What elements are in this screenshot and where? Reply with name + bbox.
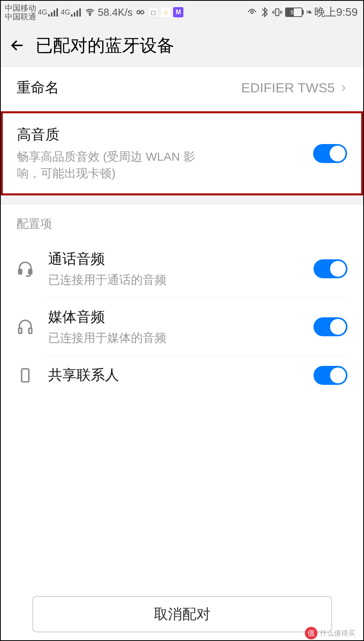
net-speed: 58.4K/s [98,6,133,19]
battery-percent: 50 [286,9,302,15]
back-arrow-icon[interactable] [9,37,25,53]
chevron-right-icon [339,81,347,95]
cfg-row-media-audio[interactable]: 媒体音频 已连接用于媒体的音频 [1,298,363,356]
net-gen-1: 4G [38,8,47,17]
cfg-title-2: 共享联系人 [48,365,314,385]
wifi-icon [85,7,95,17]
carrier-1: 中国移动 [5,4,36,12]
signal-bars-2-icon [71,8,82,17]
clock: 晚上9:59 [314,5,358,20]
svg-rect-6 [29,328,32,334]
hq-toggle[interactable] [313,144,347,163]
app-icon-1: ◻ [148,7,158,17]
app-bar: 已配对的蓝牙设备 [1,24,363,67]
svg-rect-5 [19,328,22,334]
page-title: 已配对的蓝牙设备 [35,34,174,57]
carrier-2: 中国联通 [5,12,36,21]
bluetooth-icon [259,7,270,17]
cfg-toggle-0[interactable] [314,259,347,278]
headphones-icon [17,318,34,335]
leaf-icon: ❧ [306,7,313,17]
hq-desc: 畅享高品质音效 (受周边 WLAN 影响，可能出现卡顿) [17,148,214,182]
svg-rect-2 [275,9,279,15]
infinity-icon [135,7,146,17]
signal-2: 4G [61,8,82,17]
cfg-toggle-1[interactable] [314,317,347,336]
hq-title: 高音质 [17,125,313,144]
watermark: 值 什么值得买 [305,625,360,641]
svg-rect-7 [22,369,29,382]
cfg-sub-0: 已连接用于通话的音频 [48,272,314,288]
vibrate-icon [272,7,282,17]
cfg-row-share-contacts[interactable]: 共享联系人 [1,356,363,394]
highlight-box: 高音质 畅享高品质音效 (受周边 WLAN 影响，可能出现卡顿) [1,111,363,195]
carrier-names: 中国移动 中国联通 [5,4,36,21]
eye-icon [247,7,257,17]
watermark-text: 什么值得买 [320,628,355,638]
unpair-label: 取消配对 [154,605,211,624]
rename-row[interactable]: 重命名 EDIFIER TWS5 [17,67,347,109]
net-gen-2: 4G [61,8,70,17]
headset-mic-icon [17,260,34,277]
app-icon-2: ⌂ [161,7,171,17]
svg-rect-4 [29,270,32,274]
app-icon-3: M [173,7,183,17]
battery-icon: 50 [285,7,302,17]
unpair-button[interactable]: 取消配对 [32,596,332,632]
signal-bars-1-icon [48,8,59,17]
status-bar: 中国移动 中国联通 4G 4G 58.4K/s ◻ ⌂ M 50 ❧ 晚上9:5… [1,1,363,24]
cfg-title-0: 通话音频 [48,249,314,269]
rename-value: EDIFIER TWS5 [241,80,335,96]
section-label: 配置项 [1,205,363,240]
svg-point-1 [250,11,253,14]
svg-rect-3 [19,270,22,274]
svg-point-0 [90,14,91,15]
signal-1: 4G [38,8,59,17]
cfg-title-1: 媒体音频 [48,307,314,327]
phone-device-icon [17,367,34,384]
cfg-row-call-audio[interactable]: 通话音频 已连接用于通话的音频 [1,240,363,298]
hq-audio-row[interactable]: 高音质 畅享高品质音效 (受周边 WLAN 影响，可能出现卡顿) [3,113,361,193]
cfg-toggle-2[interactable] [314,366,347,385]
rename-label: 重命名 [17,78,59,97]
cfg-sub-1: 已连接用于媒体的音频 [48,330,314,346]
